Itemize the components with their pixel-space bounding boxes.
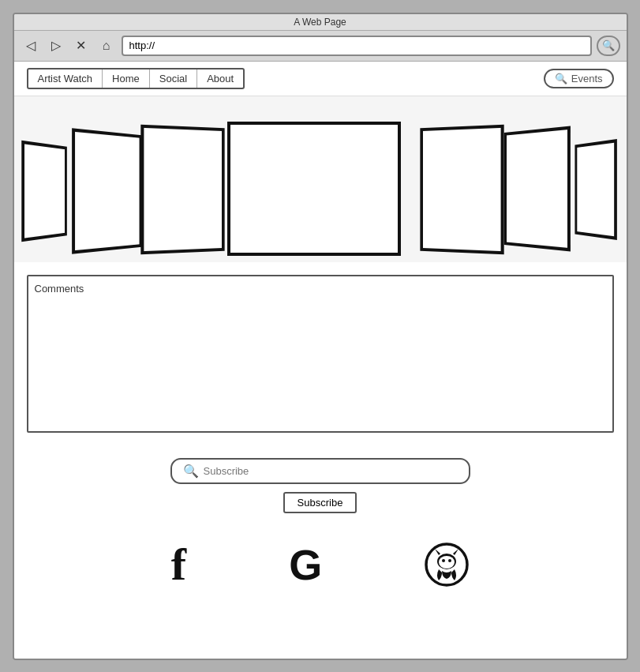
carousel-container [14, 112, 627, 246]
carousel-card-right[interactable] [503, 126, 570, 251]
title-bar: A Web Page [14, 14, 627, 31]
carousel-area [14, 96, 627, 262]
nav-artist-watch[interactable]: Artist Watch [28, 69, 103, 88]
back-button[interactable]: ◁ [21, 36, 41, 56]
facebook-icon[interactable]: f [171, 542, 186, 588]
home-button[interactable]: ⌂ [96, 36, 117, 56]
forward-button[interactable]: ▷ [46, 36, 66, 56]
nav-links: Artist Watch Home Social About [27, 68, 245, 89]
carousel-card-far-right[interactable] [575, 139, 616, 240]
carousel-card-center[interactable] [227, 122, 401, 256]
subscribe-search-icon: 🔍 [183, 464, 199, 479]
nav-social[interactable]: Social [150, 69, 197, 88]
social-icons: f G [14, 526, 627, 611]
page-content: Artist Watch Home Social About 🔍 Events [14, 62, 627, 659]
comments-section: Comments [27, 275, 614, 433]
carousel-card-center-left[interactable] [140, 124, 224, 254]
address-bar[interactable] [122, 36, 592, 56]
svg-point-6 [448, 559, 451, 562]
events-label: Events [571, 73, 603, 84]
nav-bar: Artist Watch Home Social About 🔍 Events [14, 62, 627, 96]
svg-marker-2 [435, 549, 440, 555]
subscribe-input-wrapper: 🔍 [170, 458, 470, 484]
carousel-card-left[interactable] [72, 128, 142, 253]
browser-window: A Web Page ◁ ▷ ✕ ⌂ 🔍 Artist Watch Home S… [13, 13, 628, 660]
svg-point-4 [439, 556, 455, 569]
browser-search-button[interactable]: 🔍 [597, 36, 620, 56]
carousel-card-center-right[interactable] [420, 124, 503, 254]
page-title: A Web Page [294, 17, 346, 28]
subscribe-area: 🔍 Subscribe [14, 445, 627, 526]
svg-marker-3 [453, 549, 458, 555]
subscribe-button[interactable]: Subscribe [283, 492, 357, 513]
comments-label: Comments [35, 283, 606, 295]
google-icon[interactable]: G [289, 543, 322, 586]
carousel-card-far-left[interactable] [21, 140, 67, 242]
nav-home[interactable]: Home [103, 69, 150, 88]
nav-about[interactable]: About [197, 69, 243, 88]
close-button[interactable]: ✕ [71, 36, 92, 56]
events-search[interactable]: 🔍 Events [544, 69, 614, 88]
browser-search-icon: 🔍 [602, 39, 615, 51]
svg-point-5 [442, 559, 445, 562]
subscribe-input[interactable] [204, 465, 458, 477]
github-icon[interactable] [425, 542, 469, 587]
events-search-icon: 🔍 [555, 73, 567, 84]
browser-toolbar: ◁ ▷ ✕ ⌂ 🔍 [14, 31, 627, 62]
